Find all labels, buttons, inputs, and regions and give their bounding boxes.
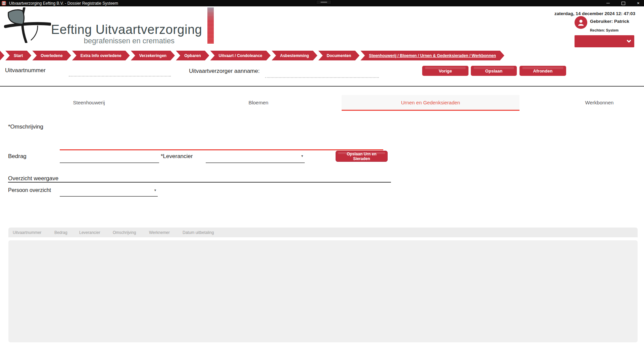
persoon-overzicht-caret-icon: ▼	[154, 189, 157, 192]
results-table: UitvaartnummerBedragLeverancierOmschrijv…	[8, 228, 638, 342]
snap-indicator-line	[320, 2, 327, 3]
bedrag-input[interactable]	[60, 154, 159, 163]
tab-steenhouwerij[interactable]: Steenhouwerij	[0, 95, 178, 110]
breadcrumb-item-label: Opbaren	[184, 53, 201, 58]
tab-urnen-en-gedenksieraden[interactable]: Urnen en Gedenksieraden	[342, 95, 519, 111]
minimize-button[interactable]	[603, 0, 613, 6]
column-header-uitvaartnummer[interactable]: Uitvaartnummer	[13, 230, 41, 235]
minimize-icon	[606, 3, 610, 3]
omschrijving-input[interactable]	[60, 132, 383, 150]
table-header: UitvaartnummerBedragLeverancierOmschrijv…	[8, 228, 638, 237]
tab-bloemen[interactable]: Bloemen	[169, 95, 347, 110]
afronden-button[interactable]: Afronden	[519, 66, 566, 76]
close-button[interactable]: ✕	[633, 0, 644, 6]
column-header-leverancier[interactable]: Leverancier	[79, 230, 100, 235]
leverancier-select[interactable]	[206, 154, 305, 163]
user-rights: Rechten: System	[590, 28, 618, 32]
user-dropdown[interactable]	[575, 35, 634, 47]
breadcrumb-item-documenten[interactable]: Documenten	[318, 51, 360, 60]
uitvaartnummer-label: Uitvaartnummer	[5, 67, 46, 74]
breadcrumb-item-label: Steenhouwerij / Bloemen / Urnen & Gedenk…	[369, 53, 496, 58]
column-header-datum-uitbetaling[interactable]: Datum uitbetaling	[183, 230, 214, 235]
breadcrumb-item-label: Overledene	[41, 53, 62, 58]
breadcrumb-lead-arrow-icon	[0, 51, 4, 60]
breadcrumb-item-label: Asbestemming	[280, 53, 309, 58]
breadcrumb-item-overledene[interactable]: Overledene	[32, 51, 71, 60]
breadcrumb-item-label: Verzekeringen	[139, 53, 166, 58]
header: Eefting Uitvaartverzorging begrafenissen…	[0, 6, 644, 51]
breadcrumb-item-extra-info-overledene[interactable]: Extra Info overledene	[72, 51, 130, 60]
titlebar: DS Uitvaartverzorging Eefting B.V. - Dos…	[0, 0, 644, 6]
aanname-input[interactable]	[265, 70, 379, 78]
datetime-label: zaterdag, 14 december 2024 12: 47:03	[554, 11, 635, 16]
maximize-icon	[622, 2, 625, 5]
opslaan-button[interactable]: Opslaan	[471, 66, 517, 76]
persoon-overzicht-select[interactable]	[60, 188, 158, 197]
omschrijving-label: *Omschrijving	[8, 124, 43, 130]
table-body	[8, 240, 638, 342]
breadcrumb-item-uitvaart-condoleance[interactable]: Uitvaart / Condoleance	[210, 51, 270, 60]
leverancier-caret-icon: ▼	[301, 154, 304, 158]
breadcrumb-item-label: Start	[14, 53, 23, 58]
column-header-werknemer[interactable]: Werknemer	[149, 230, 170, 235]
logo-subtitle: begrafenissen en crematies	[57, 37, 201, 45]
user-icon	[577, 18, 585, 27]
vorige-button[interactable]: Vorige	[422, 66, 468, 76]
breadcrumb-item-steenhouwerij-bloemen-urnen-gedenksieraden-werkbonnen[interactable]: Steenhouwerij / Bloemen / Urnen & Gedenk…	[360, 51, 504, 60]
app-icon: DS	[2, 1, 6, 5]
breadcrumb-item-label: Extra Info overledene	[81, 53, 121, 58]
window-title: Uitvaartverzorging Eefting B.V. - Dossie…	[9, 1, 118, 6]
column-header-omschrijving[interactable]: Omschrijving	[113, 230, 136, 235]
chevron-down-icon	[627, 40, 631, 43]
overzicht-weergave-label: Overzicht weergave	[8, 175, 58, 182]
avatar	[575, 16, 587, 29]
opslaan-urn-sieraden-button[interactable]: Opslaan Urn en Sieraden	[336, 151, 388, 162]
tab-strip: SteenhouwerijBloemenUrnen en Gedenksiera…	[0, 95, 644, 111]
breadcrumb-item-verzekeringen[interactable]: Verzekeringen	[131, 51, 175, 60]
bedrag-label: Bedrag	[8, 153, 27, 160]
breadcrumb-item-label: Documenten	[327, 53, 351, 58]
breadcrumb-item-asbestemming[interactable]: Asbestemming	[272, 51, 317, 60]
persoon-overzicht-label: Persoon overzicht	[8, 187, 51, 193]
tab-werkbonnen[interactable]: Werkbonnen	[510, 95, 644, 110]
aanname-label: Uitvaartverzorger aanname:	[189, 68, 260, 75]
column-header-bedrag[interactable]: Bedrag	[54, 230, 67, 235]
decorative-stripe	[207, 7, 214, 44]
uitvaartnummer-input[interactable]	[69, 68, 171, 77]
maximize-button[interactable]	[618, 0, 629, 6]
breadcrumb-item-opbaren[interactable]: Opbaren	[176, 51, 209, 60]
logo-mark-icon	[4, 7, 51, 43]
breadcrumb-item-label: Uitvaart / Condoleance	[218, 53, 262, 58]
breadcrumb: StartOverledeneExtra Info overledeneVerz…	[0, 51, 504, 60]
user-name: Gebruiker: Patrick	[590, 19, 629, 24]
section-divider	[0, 86, 644, 87]
overzicht-divider	[8, 182, 391, 183]
logo-title: Eefting Uitvaartverzorging	[51, 22, 202, 37]
close-icon: ✕	[637, 2, 640, 5]
app-icon-text: DS	[2, 2, 6, 4]
breadcrumb-item-start[interactable]: Start	[5, 51, 31, 60]
leverancier-label: *Leverancier	[161, 153, 193, 160]
snap-indicator	[316, 0, 332, 4]
